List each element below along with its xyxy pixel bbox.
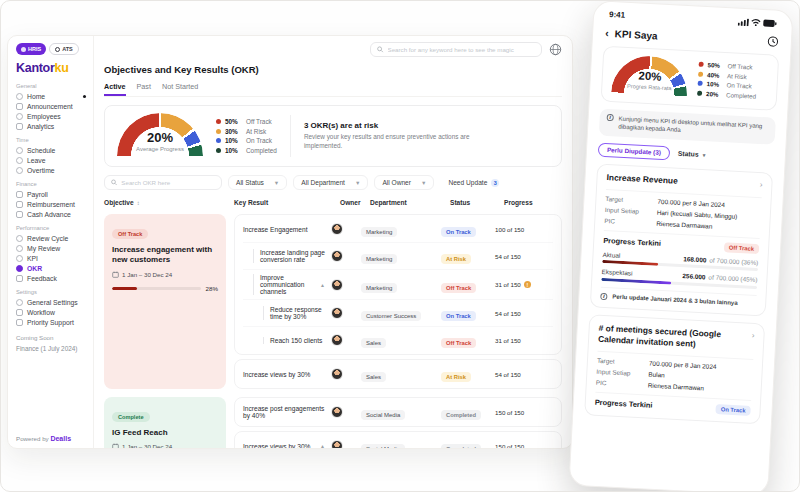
status-badge: On Track (441, 311, 476, 321)
owner-avatar[interactable] (331, 368, 343, 380)
key-result-row[interactable]: Increase post engagements by 40% Social … (243, 399, 553, 425)
key-result-row[interactable]: Reduce response time by 30% Customer Suc… (243, 299, 553, 326)
perlu-diupdate-chip[interactable]: Perlu Diupdate (3) (598, 142, 671, 160)
global-search[interactable] (370, 42, 542, 57)
phone-filters: Perlu Diupdate (3) Status▼ (598, 142, 774, 165)
powered-by-prefix: Powered by (16, 435, 49, 442)
kpi-card-meetings-secured[interactable]: # of meetings secured (Google Calendar i… (584, 314, 765, 424)
progress-cell: 150 of 150 (495, 443, 553, 450)
risk-title: 3 OKR(s) are at risk (304, 121, 474, 130)
field-value: Bulan (648, 370, 665, 378)
sidebar-item-reimbursement[interactable]: Reimbursement (16, 199, 86, 209)
key-result-row[interactable]: Increase views by 30% Sales At Risk 54 o… (243, 361, 553, 387)
sidebar-item-okr[interactable]: OKR (16, 263, 86, 273)
need-update-filter[interactable]: Need Update3 (448, 179, 499, 187)
department-tag: Sales (361, 338, 386, 348)
key-result-card: Increase Engagement Marketing On Track 1… (234, 214, 562, 355)
hris-pill[interactable]: HRIS (16, 43, 46, 55)
review-cycle-icon (16, 235, 23, 242)
collapse-chevron-icon[interactable]: ▲ (320, 282, 325, 288)
status-dropdown[interactable]: Status▼ (678, 150, 707, 158)
overtime-icon (16, 167, 23, 174)
globe-icon[interactable] (549, 43, 562, 56)
status-badge: Off Track (441, 283, 476, 293)
collapse-chevron-icon[interactable]: ▲ (320, 443, 325, 449)
sidebar-item-workflow[interactable]: Workflow (16, 307, 86, 317)
owner-avatar[interactable] (331, 406, 343, 418)
key-result-name: Increase Engagement (243, 226, 331, 233)
key-result-row[interactable]: Increase landing page conversion rate Ma… (243, 242, 553, 269)
warning-icon: ! (524, 281, 531, 288)
status-badge: Off Track (112, 229, 148, 239)
key-result-name: Improve communication channels (253, 274, 316, 295)
key-result-row[interactable]: Reach 150 clients Sales Off Track 31 of … (243, 326, 553, 353)
section-title-time: Time (16, 137, 86, 143)
sidebar-item-label: Home (27, 93, 45, 100)
field-value: 700.000 per 8 Jan 2024 (657, 197, 725, 208)
sidebar-item-priority-support[interactable]: Priority Support (16, 317, 86, 327)
global-search-input[interactable] (388, 46, 535, 53)
coming-soon-item: Finance (1 July 2024) (16, 345, 86, 352)
owner-avatar[interactable] (331, 307, 343, 319)
owner-filter[interactable]: All Owner▼ (374, 175, 434, 190)
status-bar-time: 9:41 (609, 10, 625, 20)
tab-past[interactable]: Past (137, 82, 151, 96)
sidebar-item-leave[interactable]: Leave (16, 155, 86, 165)
objective-card[interactable]: Off Track Increase engagement with new c… (104, 214, 226, 389)
objective-card[interactable]: Complete IG Feed Reach 1 Jan – 30 Dec 24… (104, 397, 226, 449)
column-objective[interactable]: Objective↕ (104, 199, 226, 206)
key-result-row[interactable]: Increase Engagement Marketing On Track 1… (243, 216, 553, 242)
ats-pill[interactable]: ATS (49, 43, 79, 55)
status-filter[interactable]: All Status▼ (228, 175, 287, 190)
chevron-right-icon[interactable]: › (760, 180, 763, 189)
coming-soon-block: Coming Soon Finance (1 July 2024) (16, 334, 86, 352)
search-icon (377, 46, 384, 53)
sidebar-item-analytics[interactable]: Analytics (16, 121, 86, 131)
legend-pct: 30% (225, 128, 242, 135)
sort-icon[interactable]: ↕ (137, 200, 140, 206)
chevron-right-icon[interactable]: › (752, 331, 755, 340)
note-text: Perlu update Januari 2024 & 3 bulan lain… (612, 294, 738, 307)
history-clock-icon[interactable] (767, 35, 780, 48)
sidebar-item-general-settings[interactable]: General Settings (16, 297, 86, 307)
sidebar-item-announcement[interactable]: Announcement (16, 101, 86, 111)
owner-avatar[interactable] (331, 279, 343, 291)
kantorku-logo: Kantorku (16, 61, 86, 75)
owner-avatar[interactable] (331, 440, 343, 449)
owner-avatar[interactable] (331, 334, 343, 346)
sidebar-item-payroll[interactable]: Payroll (16, 189, 86, 199)
kpi-card-increase-revenue[interactable]: Increase Revenue › Target700.000 per 8 J… (590, 163, 773, 316)
sidebar-item-schedule[interactable]: Schedule (16, 145, 86, 155)
sidebar-item-cash-advance[interactable]: Cash Advance (16, 209, 86, 219)
page-frame: HRIS ATS Kantorku General Home Announcem… (0, 0, 800, 492)
sidebar-item-overtime[interactable]: Overtime (16, 165, 86, 175)
kpi-fields: Target700.000 per 8 Jan 2024 Input Setia… (596, 350, 754, 393)
legend-dot-red (216, 119, 221, 124)
owner-avatar[interactable] (331, 223, 343, 235)
department-filter[interactable]: All Department▼ (293, 175, 368, 190)
objective-date: 1 Jan – 30 Dec 24 (112, 443, 218, 449)
progress-cell: 54 of 150 (495, 253, 553, 260)
legend-pct: 50% (225, 118, 242, 125)
sidebar-item-my-review[interactable]: My Review (16, 243, 86, 253)
back-chevron-icon[interactable]: ‹ (605, 27, 609, 38)
sidebar-item-employees[interactable]: Employees (16, 111, 86, 121)
progress-section-title: Progress Terkini (595, 398, 653, 410)
key-result-name: Increase views by 30% (243, 371, 331, 378)
key-result-row[interactable]: Improve communication channels▲ Marketin… (243, 269, 553, 299)
legend-dot-blue (216, 138, 221, 143)
calendar-icon (112, 271, 119, 278)
tab-active[interactable]: Active (104, 82, 126, 96)
app-window: HRIS ATS Kantorku General Home Announcem… (7, 35, 573, 449)
analytics-icon (16, 123, 23, 130)
tab-not-started[interactable]: Not Started (162, 82, 198, 96)
sidebar-item-review-cycle[interactable]: Review Cycle (16, 233, 86, 243)
owner-avatar[interactable] (331, 250, 343, 262)
key-result-row[interactable]: Increase views by 30%▲ Social Media Comp… (243, 433, 553, 449)
sidebar-item-home[interactable]: Home (16, 91, 86, 101)
sidebar-item-kpi[interactable]: KPI (16, 253, 86, 263)
sidebar-item-feedback[interactable]: Feedback (16, 273, 86, 283)
announcement-icon (16, 103, 23, 110)
aktual-measure: Aktual168.000of 700.000 (36%) (602, 251, 758, 272)
legend-completed: 20%Completed (697, 89, 756, 99)
